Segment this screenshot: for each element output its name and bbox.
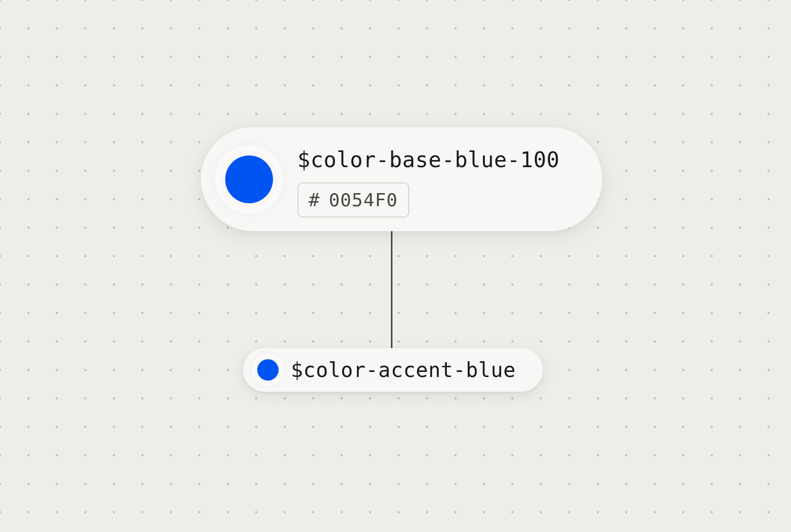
base-token-name: $color-base-blue-100 (297, 147, 560, 172)
token-diagram-canvas: $color-base-blue-100 # 0054F0 $color-acc… (0, 0, 791, 532)
hex-value-box[interactable]: # 0054F0 (297, 182, 409, 217)
alias-token-swatch (257, 359, 279, 381)
base-token-content: $color-base-blue-100 # 0054F0 (297, 141, 560, 217)
alias-token-node[interactable]: $color-accent-blue (243, 348, 543, 392)
connector-line (391, 229, 392, 354)
alias-token-swatch-halo (255, 357, 281, 383)
base-token-swatch-halo (221, 151, 277, 207)
hex-value: 0054F0 (329, 190, 398, 210)
base-token-node[interactable]: $color-base-blue-100 # 0054F0 (201, 127, 602, 231)
hex-prefix: # (309, 190, 320, 210)
alias-token-name: $color-accent-blue (291, 358, 515, 382)
base-token-swatch (225, 155, 273, 203)
